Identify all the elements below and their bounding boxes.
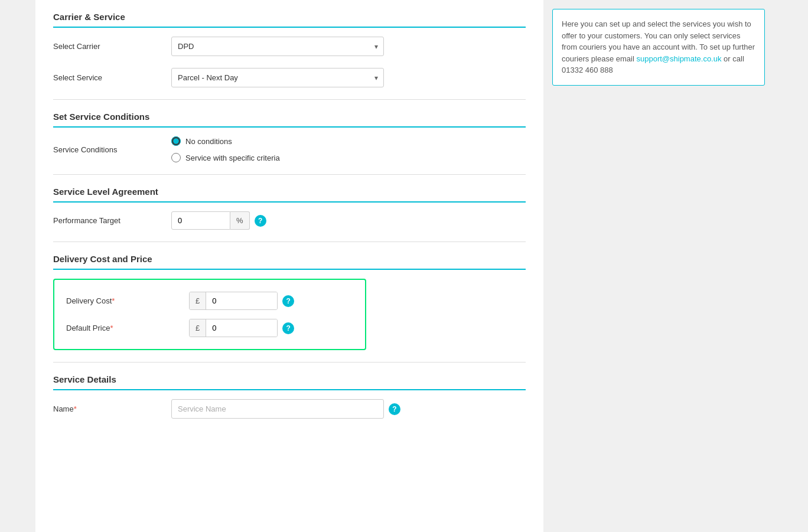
- delivery-cost-row: Delivery Cost* £ ?: [66, 292, 353, 310]
- delivery-cost-box: Delivery Cost* £ ? Default Price* £: [53, 279, 366, 350]
- service-name-help-icon[interactable]: ?: [389, 403, 400, 415]
- delivery-cost-currency: £: [190, 292, 206, 309]
- delivery-cost-title: Delivery Cost and Price: [53, 254, 526, 270]
- radio-no-conditions-label: No conditions: [185, 137, 232, 146]
- performance-target-label: Performance Target: [53, 216, 171, 225]
- service-name-label: Name*: [53, 404, 171, 413]
- default-price-help-icon[interactable]: ?: [282, 322, 294, 334]
- delivery-cost-input-wrap: £: [189, 292, 278, 310]
- radio-specific-criteria[interactable]: Service with specific criteria: [171, 153, 280, 162]
- select-service-label: Select Service: [53, 73, 171, 82]
- select-service-dropdown[interactable]: Parcel - Next Day Parcel - 2 Day Express: [171, 68, 384, 87]
- performance-target-input[interactable]: [171, 211, 230, 230]
- delivery-cost-input[interactable]: [206, 292, 277, 309]
- default-price-required: *: [110, 324, 113, 332]
- performance-target-wrap: %: [171, 211, 250, 230]
- radio-specific-criteria-label: Service with specific criteria: [185, 154, 280, 162]
- carrier-service-title: Carrier & Service: [53, 12, 526, 28]
- radio-no-conditions[interactable]: No conditions: [171, 136, 280, 146]
- sla-title: Service Level Agreement: [53, 187, 526, 203]
- service-conditions-label: Service Conditions: [53, 145, 171, 154]
- service-name-input[interactable]: [171, 399, 384, 419]
- service-details-title: Service Details: [53, 374, 526, 390]
- select-service-wrapper[interactable]: Parcel - Next Day Parcel - 2 Day Express: [171, 68, 384, 87]
- default-price-input-wrap: £: [189, 319, 278, 337]
- delivery-cost-label: Delivery Cost*: [66, 296, 184, 305]
- delivery-cost-required: *: [112, 296, 115, 305]
- default-price-label: Default Price*: [66, 324, 184, 332]
- delivery-cost-help-icon[interactable]: ?: [282, 295, 294, 307]
- select-carrier-wrapper[interactable]: DPD Royal Mail Hermes DHL: [171, 37, 384, 56]
- info-box: Here you can set up and select the servi…: [552, 9, 765, 86]
- info-email-link[interactable]: support@shipmate.co.uk: [636, 54, 721, 63]
- name-required: *: [74, 404, 77, 413]
- service-conditions-title: Set Service Conditions: [53, 112, 526, 128]
- default-price-input[interactable]: [206, 319, 277, 337]
- select-carrier-dropdown[interactable]: DPD Royal Mail Hermes DHL: [171, 37, 384, 56]
- service-conditions-radio-group: No conditions Service with specific crit…: [171, 136, 280, 162]
- percent-symbol: %: [230, 211, 250, 230]
- select-carrier-label: Select Carrier: [53, 42, 171, 51]
- performance-target-help-icon[interactable]: ?: [255, 215, 266, 227]
- default-price-row: Default Price* £ ?: [66, 319, 353, 337]
- default-price-currency: £: [190, 319, 206, 337]
